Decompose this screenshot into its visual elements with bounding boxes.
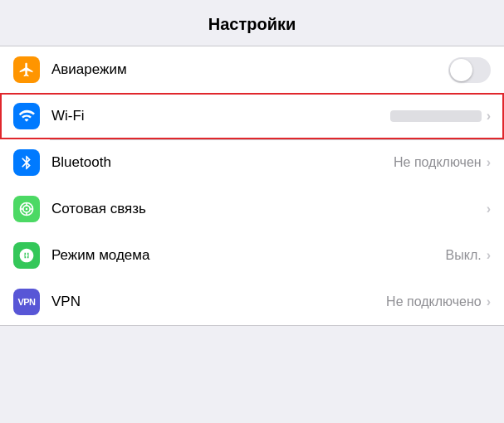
cellular-label: Сотовая связь [51, 201, 487, 217]
cellular-chevron: › [487, 202, 491, 216]
wifi-row[interactable]: Wi-Fi › [0, 93, 504, 139]
airplane-row[interactable]: Авиарежим [0, 46, 504, 93]
hotspot-icon [13, 242, 40, 269]
vpn-icon: VPN [13, 289, 40, 315]
hotspot-row[interactable]: Режим модема Выкл. › [0, 232, 504, 279]
hotspot-label: Режим модема [51, 247, 446, 264]
wifi-icon [13, 103, 40, 129]
bluetooth-row[interactable]: Bluetooth Не подключен › [0, 139, 504, 186]
airplane-icon [13, 56, 40, 83]
cellular-row[interactable]: Сотовая связь › [0, 186, 504, 232]
hotspot-chevron: › [487, 248, 491, 263]
settings-list: Авиарежим Wi-Fi › Bluetooth Не подключен… [0, 46, 504, 326]
vpn-row[interactable]: VPN VPN Не подключено › [0, 279, 504, 325]
bluetooth-value: Не подключен [394, 155, 482, 170]
toggle-thumb [450, 59, 472, 81]
page-title: Настройки [0, 0, 504, 46]
bluetooth-label: Bluetooth [51, 154, 394, 171]
vpn-value: Не подключено [386, 294, 482, 309]
hotspot-value: Выкл. [446, 248, 482, 263]
vpn-text-icon: VPN [17, 297, 35, 307]
svg-point-2 [26, 208, 28, 211]
airplane-toggle[interactable] [448, 57, 491, 83]
airplane-label: Авиарежим [51, 61, 448, 78]
bluetooth-chevron: › [487, 155, 491, 170]
wifi-value-blur [390, 110, 482, 122]
bluetooth-icon [13, 149, 40, 176]
svg-point-7 [25, 254, 27, 256]
wifi-chevron: › [487, 109, 491, 124]
wifi-label: Wi-Fi [51, 108, 390, 124]
cellular-icon [13, 196, 40, 222]
vpn-chevron: › [487, 294, 491, 309]
vpn-label: VPN [51, 294, 386, 310]
